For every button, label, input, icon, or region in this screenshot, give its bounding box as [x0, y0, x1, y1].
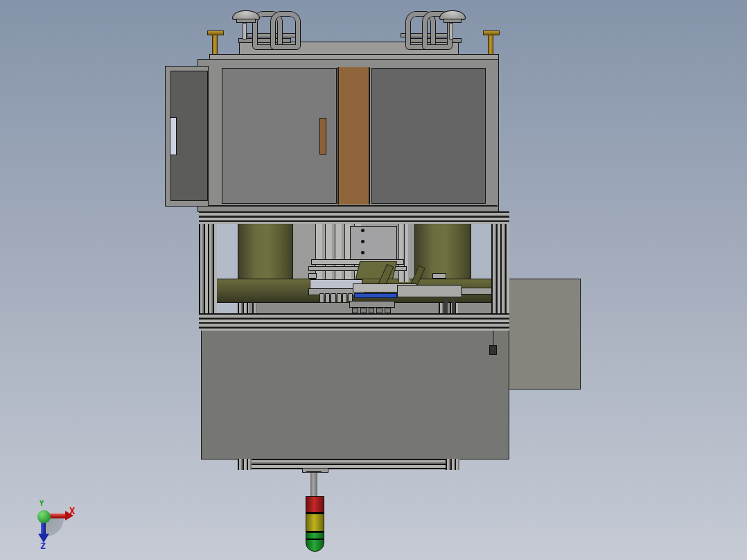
x-axis-arrow[interactable]: [49, 514, 65, 518]
frame-interior-right: [471, 224, 493, 279]
gripper-fingers: [319, 293, 353, 302]
cabinet-door-left-handle[interactable]: [319, 118, 326, 155]
signal-light-green[interactable]: [306, 532, 324, 552]
tooling-nub: [360, 308, 367, 313]
mechanism-tab: [308, 273, 317, 279]
screw-icon: [361, 251, 364, 254]
base-rail-endcap: [446, 459, 459, 470]
z-axis-label: Z: [40, 541, 46, 551]
tooling-hanger: [349, 301, 395, 308]
screw-icon: [361, 229, 364, 232]
x-axis-label: X: [69, 505, 75, 516]
signal-tower-pole-cap: [306, 471, 322, 473]
drag-chain-left-loop[interactable]: [271, 12, 300, 49]
cabinet-bottom-line: [199, 205, 498, 207]
tooling-nubs: [352, 308, 391, 313]
signal-tower-pole: [310, 472, 317, 497]
drum-left[interactable]: [238, 220, 293, 280]
base-rail-endcap: [238, 459, 252, 470]
pendant-sensor[interactable]: [489, 345, 497, 355]
side-table-panel[interactable]: [508, 279, 581, 390]
signal-tower[interactable]: [306, 496, 324, 552]
lower-cabinet-body[interactable]: [201, 329, 509, 460]
side-door-handle-slot[interactable]: [170, 117, 177, 155]
cabinet-door-right[interactable]: [371, 68, 486, 204]
cabinet-center-strip[interactable]: [337, 67, 370, 204]
vibration-feeder-cap-right-skirt: [443, 19, 462, 23]
y-axis-label: Y: [39, 500, 44, 507]
base-rail: [238, 459, 459, 470]
conveyor-belt[interactable]: [354, 293, 397, 298]
tooling-nub: [376, 308, 383, 313]
conveyor-side-bar: [397, 285, 462, 297]
gripper-finger: [325, 293, 330, 303]
y-axis-sphere-icon[interactable]: [37, 510, 51, 523]
tooling-nub: [385, 308, 391, 313]
tooling-nub: [352, 308, 358, 313]
signal-light-red[interactable]: [306, 496, 324, 514]
signal-light-green-seam: [306, 539, 324, 540]
gripper-finger: [331, 293, 335, 303]
frame-rail-top[interactable]: [199, 211, 509, 224]
gripper-finger: [319, 293, 324, 303]
eyebolt-left-stem: [212, 35, 218, 55]
mechanism-tab: [432, 273, 446, 279]
conveyor-support: [444, 297, 448, 314]
frame-rail-bottom[interactable]: [199, 313, 509, 331]
gripper-finger: [337, 293, 342, 303]
cad-viewport[interactable]: X Y Z: [0, 0, 747, 560]
gripper-finger: [342, 293, 347, 303]
eyebolt-right-stem: [488, 35, 493, 55]
conveyor-side-bar-ext: [461, 288, 493, 295]
tooling-nub: [369, 308, 375, 313]
signal-light-yellow[interactable]: [306, 514, 324, 532]
vibration-feeder-cap-left-stem: [243, 23, 247, 40]
screw-icon: [361, 240, 364, 243]
vibration-feeder-cap-right-stem: [449, 23, 453, 40]
vibration-feeder-cap-left-skirt: [236, 19, 256, 23]
mechanism-columns-right: [398, 224, 410, 282]
pendant-cable: [493, 331, 494, 346]
mechanism-mount-plate[interactable]: [350, 226, 397, 262]
conveyor-support: [452, 297, 455, 314]
